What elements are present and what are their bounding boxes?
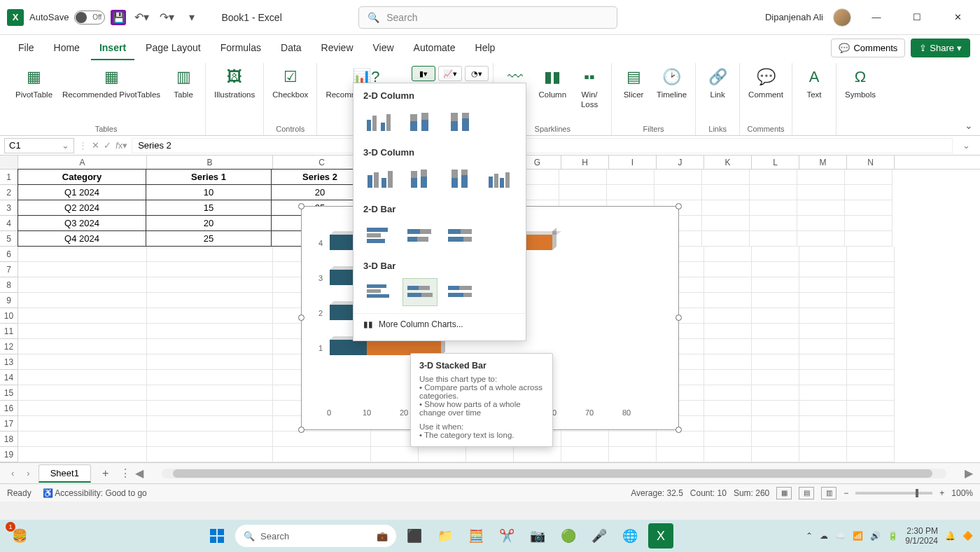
- cell[interactable]: [609, 432, 657, 447]
- resize-handle[interactable]: [298, 203, 304, 209]
- cell[interactable]: [18, 293, 147, 308]
- cell[interactable]: [752, 416, 799, 432]
- cell[interactable]: [752, 308, 799, 324]
- cell[interactable]: [799, 447, 847, 462]
- column-header[interactable]: L: [752, 156, 799, 169]
- cell[interactable]: [752, 354, 799, 370]
- cell[interactable]: [845, 185, 892, 200]
- comments-button[interactable]: 💬Comments: [831, 39, 905, 57]
- cell[interactable]: [704, 339, 752, 354]
- cell[interactable]: [147, 293, 273, 308]
- illustrations-button[interactable]: 🖼Illustrations: [210, 63, 259, 123]
- row-header[interactable]: 17: [0, 416, 18, 432]
- ribbon-collapse-button[interactable]: ⌄: [965, 120, 973, 131]
- cell[interactable]: [18, 385, 147, 401]
- formula-input[interactable]: Series 2: [132, 138, 953, 153]
- cell[interactable]: [799, 262, 847, 277]
- cell[interactable]: [654, 185, 702, 200]
- cell[interactable]: [147, 447, 273, 462]
- tab-page-layout[interactable]: Page Layout: [137, 36, 209, 60]
- cell[interactable]: [18, 447, 147, 462]
- 3d-stacked-bar-thumb[interactable]: [402, 278, 438, 306]
- qat-customize[interactable]: ▾: [182, 8, 202, 27]
- slicer-button[interactable]: ▤Slicer: [616, 63, 651, 123]
- cell[interactable]: [273, 447, 371, 462]
- row-header[interactable]: 2: [0, 185, 18, 200]
- row-header[interactable]: 4: [0, 216, 18, 231]
- sparkline-winloss-button[interactable]: ▪▪Win/ Loss: [572, 63, 607, 123]
- checkbox-button[interactable]: ☑Checkbox: [268, 63, 312, 123]
- stacked-bar-thumb[interactable]: [402, 221, 438, 249]
- cell[interactable]: [704, 385, 752, 401]
- cell[interactable]: [752, 385, 799, 401]
- cell[interactable]: [797, 170, 845, 185]
- start-button[interactable]: [204, 523, 230, 548]
- cell[interactable]: [847, 385, 895, 401]
- sheet-next-button[interactable]: ›: [22, 468, 34, 478]
- cell[interactable]: Series 1: [146, 169, 272, 185]
- cell[interactable]: [18, 416, 147, 432]
- row-header[interactable]: 5: [0, 231, 18, 247]
- cell[interactable]: [18, 308, 147, 324]
- cell[interactable]: [797, 216, 845, 231]
- cell[interactable]: [797, 185, 845, 200]
- clustered-bar-thumb[interactable]: [362, 221, 397, 249]
- cell[interactable]: [847, 416, 895, 432]
- minimize-button[interactable]: —: [861, 7, 892, 28]
- cell[interactable]: [704, 416, 752, 432]
- cell[interactable]: [147, 277, 273, 293]
- cell[interactable]: [847, 293, 895, 308]
- autosave-toggle[interactable]: Off: [74, 11, 105, 25]
- cell[interactable]: [847, 432, 895, 447]
- cell[interactable]: [147, 416, 273, 432]
- row-header[interactable]: 10: [0, 308, 18, 324]
- onedrive-icon[interactable]: ☁️: [835, 531, 846, 541]
- cell[interactable]: [847, 277, 895, 293]
- spotify-icon[interactable]: 🟢: [556, 523, 581, 548]
- sparkline-column-button[interactable]: ▮▮Column: [534, 63, 570, 123]
- cell[interactable]: Q4 2024: [18, 230, 146, 247]
- cell[interactable]: [847, 308, 895, 324]
- cell[interactable]: Q2 2024: [18, 200, 146, 216]
- cell[interactable]: [559, 185, 607, 200]
- cell[interactable]: [147, 370, 273, 385]
- tab-formulas[interactable]: Formulas: [212, 36, 270, 60]
- cell[interactable]: [18, 324, 147, 339]
- taskbar-extra-icon[interactable]: 🔶: [962, 531, 973, 541]
- cell[interactable]: [847, 447, 895, 462]
- stacked-column-thumb[interactable]: [402, 108, 438, 136]
- tab-automate[interactable]: Automate: [405, 36, 464, 60]
- row-header[interactable]: 18: [0, 432, 18, 447]
- volume-icon[interactable]: 🔊: [870, 531, 881, 541]
- cell[interactable]: [704, 370, 752, 385]
- cell[interactable]: [799, 339, 847, 354]
- cell[interactable]: [147, 262, 273, 277]
- cell[interactable]: [845, 170, 892, 185]
- cell[interactable]: [799, 416, 847, 432]
- cell[interactable]: [18, 247, 147, 262]
- cell[interactable]: [702, 216, 750, 231]
- cell[interactable]: [514, 447, 561, 462]
- tab-home[interactable]: Home: [46, 36, 88, 60]
- tray-expand-icon[interactable]: ⌃: [806, 531, 813, 541]
- cell[interactable]: [847, 324, 895, 339]
- page-break-view-button[interactable]: ▥: [821, 487, 836, 499]
- cell[interactable]: [18, 432, 147, 447]
- cell[interactable]: [847, 262, 895, 277]
- cell[interactable]: [847, 339, 895, 354]
- search-box[interactable]: 🔍 Search: [358, 6, 617, 29]
- cell[interactable]: [797, 200, 845, 216]
- tab-insert[interactable]: Insert: [91, 36, 134, 60]
- cell[interactable]: [799, 277, 847, 293]
- taskbar-search[interactable]: 🔍Search💼: [235, 525, 396, 547]
- resize-handle[interactable]: [298, 315, 304, 321]
- cell[interactable]: [147, 339, 273, 354]
- 3d-100-stacked-column-thumb[interactable]: [442, 165, 477, 193]
- text-button[interactable]: AText: [797, 63, 832, 123]
- row-header[interactable]: 15: [0, 385, 18, 401]
- row-header[interactable]: 9: [0, 293, 18, 308]
- column-header[interactable]: M: [799, 156, 847, 169]
- cell[interactable]: [559, 170, 607, 185]
- wifi-icon[interactable]: 📶: [853, 531, 863, 541]
- chrome-icon[interactable]: 🌐: [617, 523, 643, 548]
